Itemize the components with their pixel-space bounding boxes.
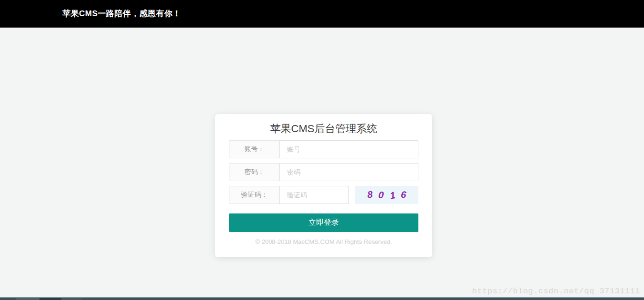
copyright-text: © 2008-2018 MacCMS.COM All Rights Reserv… <box>229 238 418 245</box>
strip-segment <box>40 298 61 300</box>
captcha-image[interactable]: 8 0 1 6 <box>355 186 418 204</box>
captcha-row: 验证码： 8 0 1 6 <box>229 186 418 204</box>
captcha-digit: 0 <box>378 189 385 201</box>
bottom-edge-strip <box>0 297 644 300</box>
captcha-label: 验证码： <box>229 186 280 204</box>
account-row: 账号： <box>229 140 418 158</box>
password-input[interactable] <box>279 163 418 181</box>
account-input[interactable] <box>279 140 418 158</box>
strip-segment <box>16 298 39 300</box>
captcha-digit: 8 <box>367 189 373 200</box>
announcement-text: 苹果CMS一路陪伴，感恩有你！ <box>62 0 181 28</box>
account-label: 账号： <box>229 140 280 158</box>
announcement-bar: 苹果CMS一路陪伴，感恩有你！ <box>0 0 644 28</box>
password-row: 密码： <box>229 163 418 181</box>
login-button[interactable]: 立即登录 <box>229 213 418 232</box>
captcha-digit: 1 <box>389 190 396 202</box>
captcha-input[interactable] <box>279 186 349 204</box>
strip-segment <box>62 298 82 300</box>
csdn-watermark: https://blog.csdn.net/qq_37131111 <box>472 287 640 296</box>
password-label: 密码： <box>229 163 280 181</box>
login-card: 苹果CMS后台管理系统 账号： 密码： 验证码： 8 0 1 6 立即登录 © … <box>215 114 432 257</box>
login-title: 苹果CMS后台管理系统 <box>229 114 418 135</box>
captcha-digit: 6 <box>400 189 406 200</box>
